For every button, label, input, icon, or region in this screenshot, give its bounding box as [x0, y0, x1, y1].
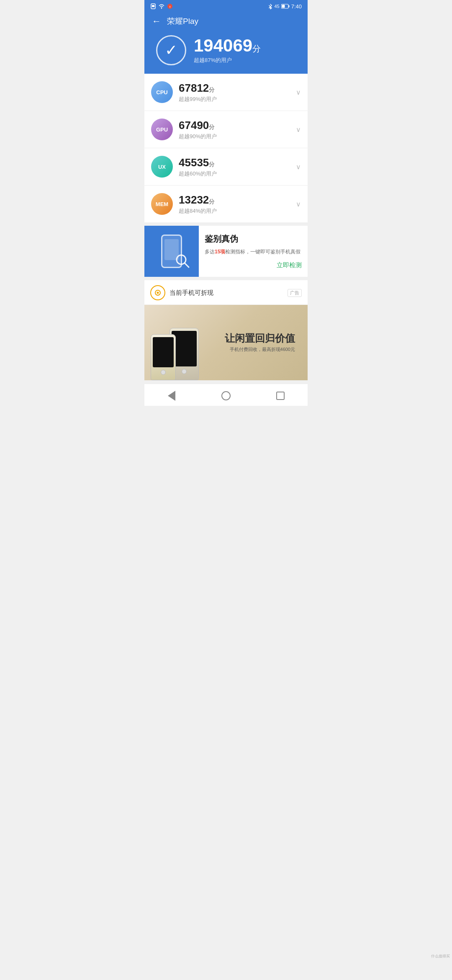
badge-cpu: CPU	[151, 81, 173, 103]
promo-desc-post: 检测指标，一键即可鉴别手机真假	[225, 249, 300, 255]
status-right-icons: 45 7:40	[268, 3, 302, 10]
promo-description: 多达15项检测指标，一键即可鉴别手机真假	[205, 248, 302, 255]
score-subtitle: 超越87%的用户	[194, 57, 261, 64]
header-top: ← 荣耀Play	[152, 16, 300, 27]
battery-level: 45	[274, 4, 279, 9]
bench-info-mem: 13232分 超越84%的用户	[179, 193, 290, 215]
ad-header-left: 当前手机可折现	[150, 285, 213, 300]
navigation-bar	[144, 384, 308, 406]
bench-percentile-mem: 超越84%的用户	[179, 207, 290, 215]
benchmark-row-cpu[interactable]: CPU 67812分 超越99%的用户 ∨	[144, 74, 308, 111]
status-left-icons: !	[150, 3, 173, 9]
bench-info-cpu: 67812分 超越99%的用户	[179, 82, 290, 103]
bench-score-gpu: 67490分	[179, 119, 290, 132]
back-button[interactable]: ←	[152, 16, 161, 27]
status-bar: ! 45 7:40	[144, 0, 308, 12]
header: ← 荣耀Play ✓ 194069分 超越87%的用户	[144, 12, 308, 74]
promo-desc-highlight: 15项	[215, 249, 225, 255]
bench-chevron-gpu[interactable]: ∨	[296, 126, 301, 134]
score-check-circle: ✓	[156, 35, 186, 65]
promo-desc-pre: 多达	[205, 249, 215, 255]
page-title: 荣耀Play	[167, 16, 198, 27]
bench-chevron-ux[interactable]: ∨	[296, 163, 301, 171]
time-display: 7:40	[291, 3, 302, 10]
promo-content: 鉴别真伪 多达15项检测指标，一键即可鉴别手机真假 立即检测	[199, 226, 308, 277]
benchmark-row-gpu[interactable]: GPU 67490分 超越90%的用户 ∨	[144, 111, 308, 148]
svg-rect-6	[282, 5, 285, 8]
ad-image-text-block: 让闲置回归价值 手机付费回收，最高折现4600元	[225, 333, 295, 353]
benchmark-row-mem[interactable]: MEM 13232分 超越84%的用户 ∨	[144, 186, 308, 222]
back-nav-button[interactable]	[166, 390, 177, 402]
ad-label: 当前手机可折现	[170, 289, 213, 297]
badge-mem: MEM	[151, 193, 173, 215]
score-info: 194069分 超越87%的用户	[194, 37, 261, 64]
ad-image: 让闲置回归价值 手机付费回收，最高折现4600元	[144, 305, 308, 380]
notification-icon: !	[167, 3, 173, 9]
home-nav-button[interactable]	[220, 390, 232, 402]
promo-action-button[interactable]: 立即检测	[205, 261, 302, 269]
svg-rect-5	[288, 5, 289, 8]
benchmark-list: CPU 67812分 超越99%的用户 ∨ GPU 67490分 超越90%的用…	[144, 74, 308, 222]
bench-score-ux: 45535分	[179, 156, 290, 169]
bench-info-ux: 45535分 超越60%的用户	[179, 156, 290, 178]
score-number: 194069	[194, 36, 252, 55]
benchmark-row-ux[interactable]: UX 45535分 超越60%的用户 ∨	[144, 148, 308, 186]
bench-score-cpu: 67812分	[179, 82, 290, 95]
bench-chevron-cpu[interactable]: ∨	[296, 88, 301, 96]
recent-square-icon	[276, 392, 285, 400]
svg-line-8	[185, 263, 189, 267]
bench-info-gpu: 67490分 超越90%的用户	[179, 119, 290, 140]
sim-icon	[150, 3, 156, 9]
recent-nav-button[interactable]	[275, 390, 286, 402]
bluetooth-icon	[268, 3, 272, 9]
ad-big-text: 让闲置回归价值	[225, 333, 295, 345]
phone-search-icon	[161, 235, 182, 268]
battery-icon	[281, 4, 290, 9]
promo-image	[144, 226, 199, 277]
promo-card[interactable]: 鉴别真伪 多达15项检测指标，一键即可鉴别手机真假 立即检测	[144, 226, 308, 277]
ad-logo-icon	[150, 285, 165, 300]
score-section: ✓ 194069分 超越87%的用户	[152, 35, 300, 65]
ad-tag: 广告	[288, 289, 302, 297]
bench-score-mem: 13232分	[179, 193, 290, 206]
wifi-icon	[158, 3, 165, 9]
bench-percentile-cpu: 超越99%的用户	[179, 95, 290, 103]
ad-small-text: 手机付费回收，最高折现4600元	[225, 346, 295, 353]
total-score: 194069分	[194, 37, 261, 54]
ad-card-header: 当前手机可折现 广告	[144, 280, 308, 305]
promo-title: 鉴别真伪	[205, 233, 302, 245]
back-triangle-icon	[168, 391, 175, 401]
home-circle-icon	[221, 391, 231, 400]
badge-gpu: GPU	[151, 119, 173, 140]
svg-text:!: !	[170, 5, 171, 9]
svg-rect-1	[152, 5, 154, 7]
score-unit: 分	[252, 44, 261, 53]
bench-percentile-gpu: 超越90%的用户	[179, 133, 290, 140]
bench-chevron-mem[interactable]: ∨	[296, 200, 301, 208]
ad-card[interactable]: 当前手机可折现 广告 让闲置回归价值 手机付费回收，最高折现4600元	[144, 280, 308, 380]
bench-percentile-ux: 超越60%的用户	[179, 170, 290, 178]
badge-ux: UX	[151, 156, 173, 178]
check-mark-icon: ✓	[165, 43, 177, 58]
